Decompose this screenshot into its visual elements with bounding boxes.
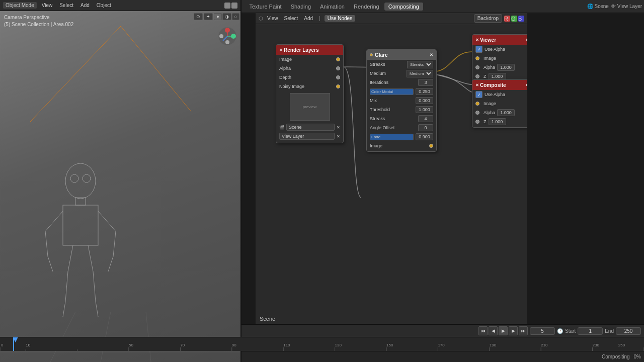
composite-z-dot[interactable] <box>475 120 479 124</box>
object-mode-btn[interactable]: Object Mode <box>3 2 37 9</box>
composite-close[interactable]: ✕ <box>525 83 527 87</box>
scene-dropdown[interactable]: Scene <box>286 124 335 131</box>
ruler-svg: 0 10 10 50 70 90 110 130 150 170 <box>0 337 644 351</box>
viewer-z-val[interactable]: 1.000 <box>489 73 506 80</box>
tab-animation[interactable]: Animation <box>316 3 349 11</box>
next-frame-btn[interactable]: ▶ <box>509 326 518 335</box>
node-select-btn[interactable]: Select <box>282 15 300 22</box>
viewport-add-btn[interactable]: Add <box>78 2 92 9</box>
node-output-alpha: Alpha <box>276 64 343 73</box>
node-composite[interactable]: ✕ Composite ✕ Use Alpha Image Alpha 1.00… <box>472 79 527 128</box>
shading-render[interactable]: ○ <box>232 13 239 20</box>
svg-line-9 <box>113 231 116 256</box>
viewport-header: Object Mode View Select Add Object <box>0 0 240 11</box>
backdrop-btn[interactable]: Backdrop <box>474 14 502 23</box>
end-frame[interactable]: 250 <box>616 327 641 335</box>
composite-image-dot[interactable] <box>475 102 479 106</box>
glare-streaks-count: Streaks 4 <box>367 114 436 123</box>
tab-shading[interactable]: Shading <box>287 3 315 11</box>
composite-image-input: Image <box>472 99 527 108</box>
shading-solid[interactable]: ● <box>214 13 221 20</box>
streaks-val[interactable]: 4 <box>418 115 433 122</box>
node-view-btn[interactable]: View <box>265 15 280 22</box>
iterations-val[interactable]: 3 <box>418 79 433 86</box>
start-frame[interactable]: 1 <box>578 327 603 335</box>
color-modul-val[interactable]: 0.250 <box>416 88 433 95</box>
streaks-select[interactable]: Streaks <box>407 61 433 68</box>
view-layer-refresh[interactable]: ✕ <box>337 134 340 139</box>
viewport-view-btn[interactable]: View <box>40 2 55 9</box>
svg-line-8 <box>98 211 116 231</box>
glare-output-dot[interactable] <box>429 144 433 148</box>
svg-point-0 <box>65 163 96 199</box>
quality-select[interactable]: Medium <box>407 70 433 77</box>
mix-val[interactable]: 0.000 <box>416 97 433 104</box>
glare-input-dot[interactable] <box>370 53 373 56</box>
viewer-z-dot[interactable] <box>475 74 479 78</box>
viewer-alpha-dot[interactable] <box>475 65 479 69</box>
use-nodes-btn[interactable]: Use Nodes <box>325 15 355 22</box>
gizmo-toggle[interactable]: ✦ <box>204 13 213 20</box>
scene-refresh[interactable]: ✕ <box>337 125 340 130</box>
node-render-layers[interactable]: ✕ Render Layers Image Alpha Depth Noisy … <box>276 44 344 143</box>
svg-text:190: 190 <box>490 343 497 347</box>
viewer-close[interactable]: ✕ <box>525 38 527 42</box>
viewer-header: ✕ Viewer ✕ <box>472 35 527 45</box>
viewer-alpha-check[interactable] <box>475 46 482 53</box>
camera-viewport: Object Mode View Select Add Object Camer… <box>0 0 242 362</box>
node-canvas[interactable]: ✕ Render Layers Image Alpha Depth Noisy … <box>256 24 527 324</box>
svg-text:230: 230 <box>593 343 600 347</box>
svg-line-7 <box>48 256 53 272</box>
composite-alpha-val[interactable]: 1.000 <box>497 109 515 116</box>
composite-z-val[interactable]: 1.000 <box>489 118 506 125</box>
navigation-gizmo[interactable] <box>217 26 237 46</box>
viewer-alpha-val[interactable]: 1.000 <box>497 64 515 71</box>
glare-image-output: Image <box>367 141 436 150</box>
svg-text:170: 170 <box>438 343 445 347</box>
jump-end-btn[interactable]: ⏭ <box>519 326 528 335</box>
viewport-overlay-buttons: ⊙ ✦ ● ◑ ○ <box>194 13 239 20</box>
threshold-val[interactable]: 1.000 <box>416 106 433 113</box>
prev-frame-btn[interactable]: ◀ <box>489 326 498 335</box>
play-btn[interactable]: ▶ <box>499 326 508 335</box>
output-dot-alpha[interactable] <box>336 66 340 70</box>
svg-line-14 <box>88 245 93 272</box>
viewport-select-btn[interactable]: Select <box>57 2 75 9</box>
viewport-overlay-icon[interactable] <box>224 3 230 9</box>
angle-val[interactable]: 0 <box>418 124 433 131</box>
view-layer-dropdown[interactable]: View Layer <box>279 133 335 140</box>
shading-material[interactable]: ◑ <box>222 13 231 20</box>
tab-texture-paint[interactable]: Texture Paint <box>245 3 285 11</box>
viewport-shading-icon[interactable] <box>231 3 237 9</box>
node-viewer[interactable]: ✕ Viewer ✕ Use Alpha Image Alpha 1.000 <box>472 34 527 82</box>
node-editor-header: ⬡ View Select Add | Use Nodes Backdrop R… <box>256 13 527 24</box>
jump-start-btn[interactable]: ⏮ <box>478 326 488 335</box>
node-add-btn[interactable]: Add <box>302 15 315 22</box>
tab-rendering[interactable]: Rendering <box>350 3 383 11</box>
timeline-ruler[interactable]: 0 10 10 50 70 90 110 130 150 170 <box>0 337 644 351</box>
glare-iterations: Iterations 3 <box>367 78 436 87</box>
glare-close[interactable]: ✕ <box>430 53 433 57</box>
channel-g[interactable]: G <box>511 16 517 22</box>
current-frame[interactable]: 5 <box>530 327 555 335</box>
output-dot-depth[interactable] <box>336 75 340 79</box>
overlay-toggle[interactable]: ⊙ <box>194 13 203 20</box>
composite-alpha-dot[interactable] <box>475 111 479 115</box>
node-glare[interactable]: Glare ✕ Streaks Streaks Medium Medium <box>366 49 437 152</box>
viewport-object-btn[interactable]: Object <box>95 2 113 9</box>
tab-compositing[interactable]: Compositing <box>384 3 423 11</box>
fade-field[interactable]: Fade <box>370 134 414 140</box>
viewer-image-dot[interactable] <box>475 56 479 60</box>
channel-r[interactable]: R <box>504 16 510 22</box>
channel-b[interactable]: B <box>518 16 524 22</box>
svg-text:50: 50 <box>129 343 133 347</box>
svg-rect-4 <box>63 205 98 245</box>
viewer-use-alpha: Use Alpha <box>472 45 527 54</box>
scene-label-top: 🌐 Scene <box>587 4 609 9</box>
output-dot-noisy[interactable] <box>336 84 340 88</box>
output-dot-image[interactable] <box>336 57 340 61</box>
composite-alpha-check[interactable] <box>475 91 482 98</box>
fade-val[interactable]: 0.900 <box>416 133 433 140</box>
timeline-track[interactable]: 0 10 10 50 70 90 110 130 150 170 <box>0 337 644 351</box>
color-modul-field[interactable]: Color Modul <box>370 88 414 95</box>
